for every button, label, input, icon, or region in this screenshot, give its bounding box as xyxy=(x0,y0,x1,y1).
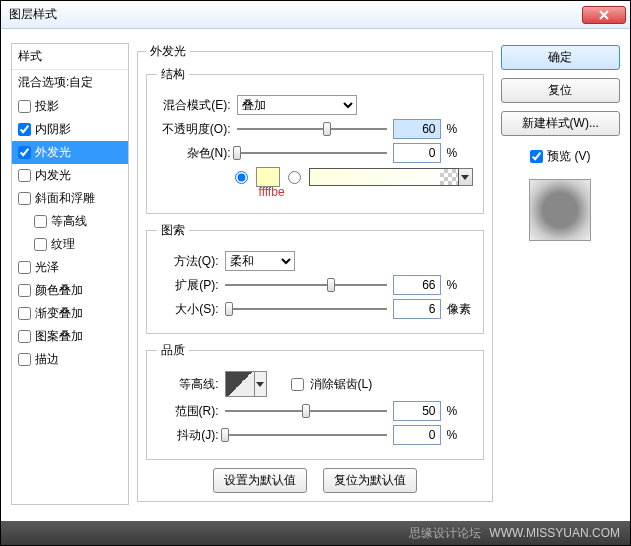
styles-header[interactable]: 样式 xyxy=(12,44,128,70)
jitter-slider[interactable] xyxy=(225,425,387,445)
style-item-6[interactable]: 纹理 xyxy=(12,233,128,256)
gradient-dropdown[interactable] xyxy=(459,168,473,186)
blend-mode-select[interactable]: 叠加 xyxy=(237,95,357,115)
style-checkbox[interactable] xyxy=(18,353,31,366)
style-checkbox[interactable] xyxy=(18,284,31,297)
size-input[interactable] xyxy=(393,299,441,319)
style-item-9[interactable]: 渐变叠加 xyxy=(12,302,128,325)
style-item-label: 投影 xyxy=(35,98,59,115)
style-checkbox[interactable] xyxy=(18,146,31,159)
preview-thumbnail xyxy=(529,179,591,241)
quality-group: 品质 等高线: 消除锯齿(L) 范围(R): xyxy=(146,342,484,460)
size-unit: 像素 xyxy=(447,301,473,318)
reset-default-button[interactable]: 复位为默认值 xyxy=(323,468,417,493)
noise-input[interactable] xyxy=(393,143,441,163)
spread-input[interactable] xyxy=(393,275,441,295)
range-slider[interactable] xyxy=(225,401,387,421)
range-input[interactable] xyxy=(393,401,441,421)
opacity-slider[interactable] xyxy=(237,119,387,139)
contour-dropdown[interactable] xyxy=(255,371,267,397)
style-item-11[interactable]: 描边 xyxy=(12,348,128,371)
chevron-down-icon xyxy=(461,175,469,180)
cancel-button[interactable]: 复位 xyxy=(501,78,620,103)
quality-legend: 品质 xyxy=(157,342,189,359)
ok-button[interactable]: 确定 xyxy=(501,45,620,70)
opacity-unit: % xyxy=(447,122,473,136)
style-item-label: 渐变叠加 xyxy=(35,305,83,322)
preview-checkbox[interactable] xyxy=(530,150,543,163)
antialias-checkbox[interactable] xyxy=(291,378,304,391)
style-item-3[interactable]: 内发光 xyxy=(12,164,128,187)
style-checkbox[interactable] xyxy=(18,261,31,274)
structure-group: 结构 混合模式(E): 叠加 不透明度(O): % 杂色(N): xyxy=(146,66,484,214)
contour-label: 等高线: xyxy=(157,376,219,393)
style-checkbox[interactable] xyxy=(18,100,31,113)
right-panel: 确定 复位 新建样式(W)... 预览 (V) xyxy=(501,43,620,505)
structure-legend: 结构 xyxy=(157,66,189,83)
technique-label: 方法(Q): xyxy=(157,253,219,270)
styles-panel: 样式 混合选项:自定 投影内阴影外发光内发光斜面和浮雕等高线纹理光泽颜色叠加渐变… xyxy=(11,43,129,505)
style-checkbox[interactable] xyxy=(18,330,31,343)
style-item-1[interactable]: 内阴影 xyxy=(12,118,128,141)
style-checkbox[interactable] xyxy=(18,169,31,182)
blend-mode-label: 混合模式(E): xyxy=(157,97,231,114)
style-item-5[interactable]: 等高线 xyxy=(12,210,128,233)
solid-color-radio[interactable] xyxy=(235,171,248,184)
spread-slider[interactable] xyxy=(225,275,387,295)
range-label: 范围(R): xyxy=(157,403,219,420)
blending-options[interactable]: 混合选项:自定 xyxy=(12,70,128,95)
close-icon xyxy=(599,10,609,20)
jitter-label: 抖动(J): xyxy=(157,427,219,444)
jitter-unit: % xyxy=(447,428,473,442)
style-checkbox[interactable] xyxy=(18,307,31,320)
style-checkbox[interactable] xyxy=(18,123,31,136)
layer-style-dialog: 图层样式 样式 混合选项:自定 投影内阴影外发光内发光斜面和浮雕等高线纹理光泽颜… xyxy=(0,0,631,546)
elements-legend: 图索 xyxy=(157,222,189,239)
range-unit: % xyxy=(447,404,473,418)
content-area: 样式 混合选项:自定 投影内阴影外发光内发光斜面和浮雕等高线纹理光泽颜色叠加渐变… xyxy=(1,29,630,515)
gradient-picker[interactable] xyxy=(309,168,459,186)
main-panel: 外发光 结构 混合模式(E): 叠加 不透明度(O): % 杂色(N): xyxy=(137,43,493,505)
style-item-label: 颜色叠加 xyxy=(35,282,83,299)
noise-slider[interactable] xyxy=(237,143,387,163)
size-slider[interactable] xyxy=(225,299,387,319)
style-item-label: 纹理 xyxy=(51,236,75,253)
footer: 思缘设计论坛 WWW.MISSYUAN.COM xyxy=(1,521,630,545)
style-item-7[interactable]: 光泽 xyxy=(12,256,128,279)
jitter-input[interactable] xyxy=(393,425,441,445)
gradient-radio[interactable] xyxy=(288,171,301,184)
new-style-button[interactable]: 新建样式(W)... xyxy=(501,111,620,136)
window-title: 图层样式 xyxy=(9,6,582,23)
footer-text1: 思缘设计论坛 xyxy=(409,525,481,542)
make-default-button[interactable]: 设置为默认值 xyxy=(213,468,307,493)
style-item-label: 内阴影 xyxy=(35,121,71,138)
style-item-label: 斜面和浮雕 xyxy=(35,190,95,207)
panel-title: 外发光 xyxy=(146,43,190,60)
close-button[interactable] xyxy=(582,6,626,24)
opacity-label: 不透明度(O): xyxy=(157,121,231,138)
opacity-input[interactable] xyxy=(393,119,441,139)
style-item-label: 图案叠加 xyxy=(35,328,83,345)
chevron-down-icon xyxy=(256,382,264,387)
style-item-label: 内发光 xyxy=(35,167,71,184)
antialias-label: 消除锯齿(L) xyxy=(310,376,373,393)
style-item-10[interactable]: 图案叠加 xyxy=(12,325,128,348)
style-item-label: 光泽 xyxy=(35,259,59,276)
style-checkbox[interactable] xyxy=(34,215,47,228)
style-item-2[interactable]: 外发光 xyxy=(12,141,128,164)
style-checkbox[interactable] xyxy=(18,192,31,205)
style-item-4[interactable]: 斜面和浮雕 xyxy=(12,187,128,210)
style-item-0[interactable]: 投影 xyxy=(12,95,128,118)
color-swatch[interactable] xyxy=(256,167,280,187)
preview-label: 预览 (V) xyxy=(547,148,590,165)
contour-picker[interactable] xyxy=(225,371,255,397)
noise-label: 杂色(N): xyxy=(157,145,231,162)
style-item-8[interactable]: 颜色叠加 xyxy=(12,279,128,302)
elements-group: 图索 方法(Q): 柔和 扩展(P): % 大小(S): xyxy=(146,222,484,334)
footer-text2: WWW.MISSYUAN.COM xyxy=(489,526,620,540)
style-checkbox[interactable] xyxy=(34,238,47,251)
technique-select[interactable]: 柔和 xyxy=(225,251,295,271)
size-label: 大小(S): xyxy=(157,301,219,318)
color-hex: ffffbe xyxy=(157,185,473,199)
spread-label: 扩展(P): xyxy=(157,277,219,294)
